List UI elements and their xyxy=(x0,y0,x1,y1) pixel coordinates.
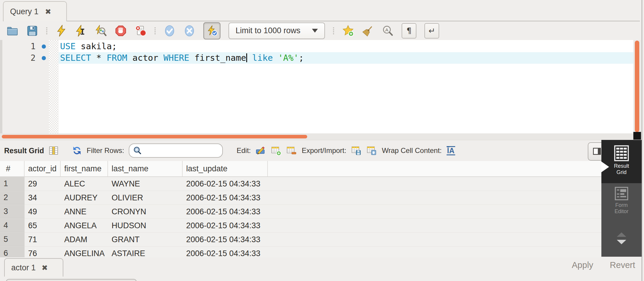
execute-script-button[interactable] xyxy=(55,25,67,37)
table-cell[interactable]: ANGELINA xyxy=(61,247,108,257)
explain-plan-button[interactable] xyxy=(95,25,107,37)
filter-rows-searchbox[interactable] xyxy=(129,143,223,158)
find-button[interactable]: A xyxy=(382,25,394,37)
toggle-stop-on-error-button[interactable] xyxy=(135,25,146,37)
insert-row-button[interactable] xyxy=(271,145,281,156)
save-script-button[interactable] xyxy=(26,25,38,37)
side-panel-scroll-chevrons xyxy=(601,232,642,244)
search-icon xyxy=(133,146,142,155)
stop-on-error-icon xyxy=(135,25,146,37)
editor-left-edge xyxy=(0,40,2,133)
chevron-up-icon[interactable] xyxy=(617,232,626,237)
table-cell[interactable]: 2006-02-15 04:34:33 xyxy=(183,233,268,246)
row-number-cell[interactable]: 2 xyxy=(0,191,25,205)
table-cell[interactable]: ANNE xyxy=(61,205,108,218)
table-row[interactable]: 676ANGELINAASTAIRE2006-02-15 04:34:33 xyxy=(0,247,601,257)
column-header-actor_id[interactable]: actor_id xyxy=(25,161,61,176)
column-header-last_name[interactable]: last_name xyxy=(108,161,183,176)
table-row[interactable]: 234AUDREYOLIVIER2006-02-15 04:34:33 xyxy=(0,191,601,205)
editor-vertical-scroll-thumb[interactable] xyxy=(635,41,639,132)
table-cell[interactable]: GRANT xyxy=(108,233,183,246)
table-row[interactable]: 349ANNECRONYN2006-02-15 04:34:33 xyxy=(0,205,601,219)
sql-code-area[interactable]: USE sakila;SELECT * FROM actor WHERE fir… xyxy=(59,40,633,133)
table-cell[interactable]: 49 xyxy=(25,205,61,218)
folder-icon xyxy=(7,25,18,37)
commit-button[interactable] xyxy=(164,25,176,37)
table-cell[interactable]: ANGELA xyxy=(61,219,108,232)
table-cell[interactable]: 76 xyxy=(25,247,61,257)
filter-rows-input[interactable] xyxy=(145,146,222,155)
result-grid-panel-icon xyxy=(614,145,629,161)
editor-horizontal-scroll-thumb[interactable] xyxy=(2,135,307,138)
toggle-side-panel-icon xyxy=(592,146,602,157)
table-row[interactable]: 129ALECWAYNE2006-02-15 04:34:33 xyxy=(0,177,601,191)
table-row[interactable]: 465ANGELAHUDSON2006-02-15 04:34:33 xyxy=(0,219,601,233)
side-panel-item-result-grid[interactable]: Result Grid xyxy=(601,145,642,175)
table-cell[interactable]: WAYNE xyxy=(108,177,183,191)
lightning-icon xyxy=(55,25,67,37)
table-cell[interactable]: 71 xyxy=(25,233,61,246)
export-recordset-button[interactable] xyxy=(351,145,362,156)
table-cell[interactable]: 2006-02-15 04:34:33 xyxy=(183,177,268,191)
filter-rows-label: Filter Rows: xyxy=(87,146,124,155)
delete-row-button[interactable] xyxy=(286,145,297,156)
stop-query-button[interactable] xyxy=(115,25,127,37)
result-grid-body: 129ALECWAYNE2006-02-15 04:34:33234AUDREY… xyxy=(0,177,601,257)
row-number-cell[interactable]: 6 xyxy=(0,247,25,257)
edit-record-button[interactable] xyxy=(255,145,266,156)
table-cell[interactable]: ADAM xyxy=(61,233,108,246)
close-tab-icon[interactable]: ✖ xyxy=(42,264,48,272)
table-cell[interactable]: ALEC xyxy=(61,177,108,191)
chevron-down-icon[interactable] xyxy=(617,240,626,244)
result-grid-toolbar: Result Grid Filter Rows: Edit: Export/Im… xyxy=(0,140,601,161)
table-cell[interactable]: HUDSON xyxy=(108,219,183,232)
execute-current-statement-button[interactable] xyxy=(75,25,87,37)
tab-query-1[interactable]: Query 1 ✖ xyxy=(3,1,67,21)
table-cell[interactable]: ASTAIRE xyxy=(108,247,183,257)
table-cell[interactable]: 34 xyxy=(25,191,61,205)
table-cell[interactable]: 2006-02-15 04:34:33 xyxy=(183,219,268,232)
beautify-script-button[interactable] xyxy=(362,25,374,37)
save-snippet-button[interactable] xyxy=(342,25,354,37)
limit-rows-dropdown[interactable]: Limit to 1000 rows xyxy=(228,23,325,39)
rollback-button[interactable] xyxy=(183,25,195,37)
table-cell[interactable]: 29 xyxy=(25,177,61,191)
row-number-cell[interactable]: 4 xyxy=(0,219,25,232)
commit-check-icon xyxy=(164,25,176,37)
refresh-button[interactable] xyxy=(72,146,82,156)
table-cell[interactable]: 65 xyxy=(25,219,61,232)
table-cell[interactable]: CRONYN xyxy=(108,205,183,218)
close-tab-icon[interactable]: ✖ xyxy=(45,7,51,16)
row-number-cell[interactable]: 5 xyxy=(0,233,25,246)
export-import-label: Export/Import: xyxy=(302,146,346,155)
editor-vertical-scrollbar[interactable] xyxy=(633,40,641,133)
sql-editor[interactable]: 12 USE sakila;SELECT * FROM actor WHERE … xyxy=(0,40,633,133)
table-cell[interactable]: OLIVIER xyxy=(108,191,183,205)
sql-code-line[interactable]: USE sakila; xyxy=(59,41,633,52)
toggle-invisible-characters-button[interactable]: ¶ xyxy=(402,23,416,39)
wrap-cell-content-button[interactable]: ĪA xyxy=(447,146,455,155)
statement-marker-icon xyxy=(42,44,46,49)
table-cell[interactable]: AUDREY xyxy=(61,191,108,205)
limit-rows-label: Limit to 1000 rows xyxy=(236,26,300,35)
row-number-cell[interactable]: 1 xyxy=(0,177,25,191)
table-cell[interactable]: 2006-02-15 04:34:33 xyxy=(183,205,268,218)
revert-button[interactable]: Revert xyxy=(610,260,635,270)
column-header-last_update[interactable]: last_update xyxy=(183,161,268,176)
form-editor-panel-label-line2: Editor xyxy=(614,208,628,215)
open-script-button[interactable] xyxy=(7,25,18,37)
column-header-rownum[interactable]: # xyxy=(0,161,25,176)
tab-actor-1[interactable]: actor 1 ✖ xyxy=(4,258,63,277)
toggle-word-wrap-button[interactable]: ↵ xyxy=(424,23,439,39)
column-header-first_name[interactable]: first_name xyxy=(61,161,108,176)
toggle-autocommit-button[interactable] xyxy=(203,22,220,39)
table-cell[interactable]: 2006-02-15 04:34:33 xyxy=(183,247,268,257)
apply-button[interactable]: Apply xyxy=(572,260,593,270)
sql-code-line[interactable]: SELECT * FROM actor WHERE first_name lik… xyxy=(59,52,633,64)
editor-horizontal-scrollbar[interactable] xyxy=(0,133,633,140)
side-panel-item-form-editor[interactable]: Form Editor xyxy=(601,187,642,215)
row-number-cell[interactable]: 3 xyxy=(0,205,25,218)
table-cell[interactable]: 2006-02-15 04:34:33 xyxy=(183,191,268,205)
table-row[interactable]: 571ADAMGRANT2006-02-15 04:34:33 xyxy=(0,233,601,247)
import-records-button[interactable] xyxy=(366,145,377,156)
